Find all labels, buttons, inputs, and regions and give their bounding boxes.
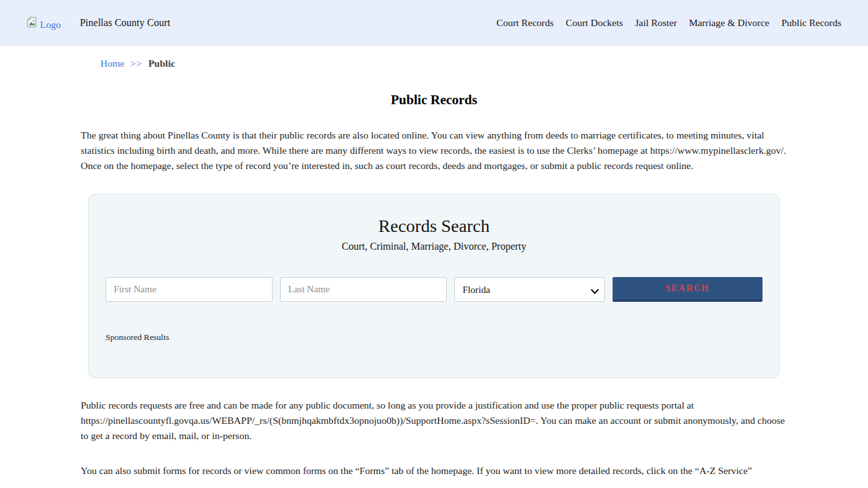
sponsored-results-label: Sponsored Results (105, 332, 763, 342)
forms-paragraph: You can also submit forms for records or… (81, 463, 787, 478)
site-title: Pinellas County Court (80, 17, 170, 29)
site-logo[interactable]: Logo (25, 15, 61, 30)
last-name-input[interactable] (280, 277, 447, 302)
main-nav: Court Records Court Dockets Jail Roster … (496, 17, 841, 29)
nav-court-records[interactable]: Court Records (496, 17, 553, 29)
state-select[interactable]: Florida (454, 277, 605, 302)
logo-alt-text: Logo (40, 19, 61, 30)
nav-jail-roster[interactable]: Jail Roster (635, 17, 677, 29)
page-title: Public Records (81, 92, 787, 108)
breadcrumb-home-link[interactable]: Home (100, 58, 125, 69)
search-button[interactable]: SEARCH (613, 277, 763, 302)
site-header: Logo Pinellas County Court Court Records… (0, 0, 868, 46)
search-controls-row: Florida SEARCH (105, 277, 763, 302)
intro-paragraph: The great thing about Pinellas County is… (81, 128, 787, 173)
nav-marriage-divorce[interactable]: Marriage & Divorce (689, 17, 770, 29)
records-search-title: Records Search (105, 216, 763, 236)
state-select-wrap: Florida (454, 277, 605, 302)
nav-public-records[interactable]: Public Records (782, 17, 841, 29)
nav-court-dockets[interactable]: Court Dockets (566, 17, 623, 29)
breadcrumb-current: Public (148, 58, 175, 69)
records-search-card: Records Search Court, Criminal, Marriage… (88, 194, 780, 378)
first-name-input[interactable] (105, 277, 273, 302)
breadcrumb: Home >> Public (81, 58, 787, 69)
requests-paragraph: Public records requests are free and can… (81, 398, 787, 444)
breadcrumb-separator: >> (130, 58, 142, 69)
records-search-subtitle: Court, Criminal, Marriage, Divorce, Prop… (105, 241, 763, 252)
broken-image-icon (25, 15, 38, 30)
page-content: Home >> Public Public Records The great … (81, 58, 787, 478)
